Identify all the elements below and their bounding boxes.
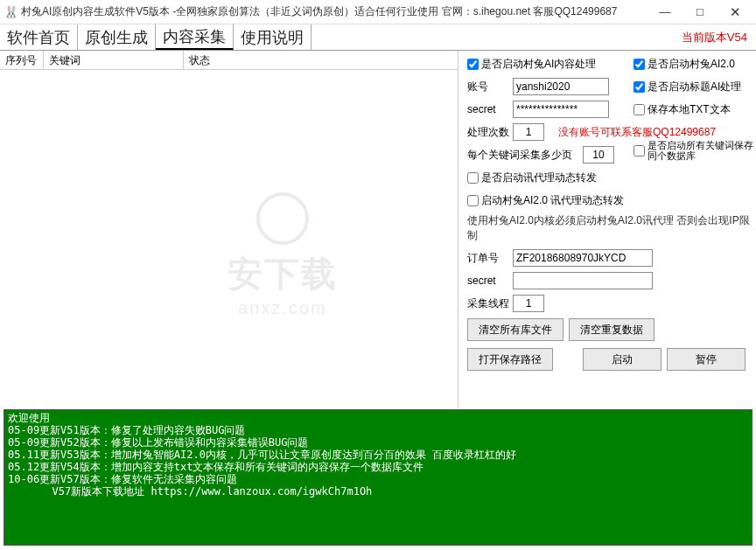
- chk-proxy[interactable]: 是否启动讯代理动态转发: [467, 171, 597, 185]
- chk-enable-ai[interactable]: 是否启动村兔AI内容处理: [467, 57, 596, 72]
- threads-input[interactable]: [513, 295, 544, 312]
- keyword-list-panel: 序列号 关键词 状态: [0, 51, 458, 407]
- tab-collect[interactable]: 内容采集: [156, 24, 234, 50]
- col-status[interactable]: 状态: [184, 51, 458, 69]
- close-button[interactable]: ✕: [718, 2, 752, 23]
- log-console[interactable]: 欢迎使用 05-09更新V51版本：修复了处理内容失败BUG问题 05-09更新…: [4, 409, 752, 546]
- order-label: 订单号: [467, 251, 513, 266]
- secret2-label: secret: [467, 275, 513, 287]
- chk-save-txt[interactable]: 保存本地TXT文本: [634, 102, 731, 117]
- start-button[interactable]: 启动: [583, 348, 662, 371]
- pages-label: 每个关键词采集多少页: [467, 148, 583, 163]
- order-input[interactable]: [513, 249, 653, 267]
- tab-generate[interactable]: 原创生成: [78, 24, 156, 50]
- open-path-button[interactable]: 打开保存路径: [467, 348, 553, 371]
- chk-ai20-proxy[interactable]: 启动村兔AI2.0 讯代理动态转发: [467, 193, 624, 208]
- keyword-list-body[interactable]: [0, 70, 458, 407]
- chk-title-ai[interactable]: 是否启动标题AI处理: [634, 80, 741, 94]
- ai20-note: 使用村兔AI2.0内核必须启动村兔AI2.0讯代理 否则会出现IP限制: [467, 213, 751, 243]
- threads-label: 采集线程: [467, 296, 513, 311]
- col-seq[interactable]: 序列号: [0, 51, 44, 69]
- minimize-button[interactable]: —: [648, 2, 682, 23]
- tab-home[interactable]: 软件首页: [0, 24, 78, 50]
- pages-input[interactable]: [583, 146, 614, 164]
- clear-lib-button[interactable]: 清空所有库文件: [467, 318, 564, 341]
- chk-ai20[interactable]: 是否启动村兔AI2.0: [634, 57, 735, 72]
- pause-button[interactable]: 暂停: [667, 348, 746, 371]
- window-title: 村兔AI原创内容生成软件V5版本 -全网独家原创算法（非近义词伪原创）适合任何行…: [21, 4, 648, 19]
- count-input[interactable]: [513, 123, 544, 141]
- secret-input[interactable]: [513, 101, 609, 118]
- maximize-button[interactable]: □: [682, 2, 718, 23]
- chk-all-db[interactable]: 是否启动所有关键词保存同个数据库: [634, 140, 756, 161]
- count-label: 处理次数: [467, 125, 513, 140]
- main-tabs: 软件首页 原创生成 内容采集 使用说明 当前版本V54: [0, 24, 756, 51]
- secret-label: secret: [467, 103, 513, 115]
- app-icon: 🐰: [4, 5, 18, 19]
- account-label: 账号: [467, 80, 513, 94]
- tab-help[interactable]: 使用说明: [234, 24, 312, 50]
- title-bar: 🐰 村兔AI原创内容生成软件V5版本 -全网独家原创算法（非近义词伪原创）适合任…: [0, 0, 756, 24]
- col-keyword[interactable]: 关键词: [44, 51, 184, 69]
- account-input[interactable]: [513, 78, 609, 95]
- settings-panel: 是否启动村兔AI内容处理 账号 secret 处理次数 没有账号可联系客服QQ1…: [458, 51, 756, 407]
- clear-dup-button[interactable]: 清空重复数据: [569, 318, 654, 341]
- version-label: 当前版本V54: [673, 24, 756, 50]
- secret2-input[interactable]: [513, 272, 653, 289]
